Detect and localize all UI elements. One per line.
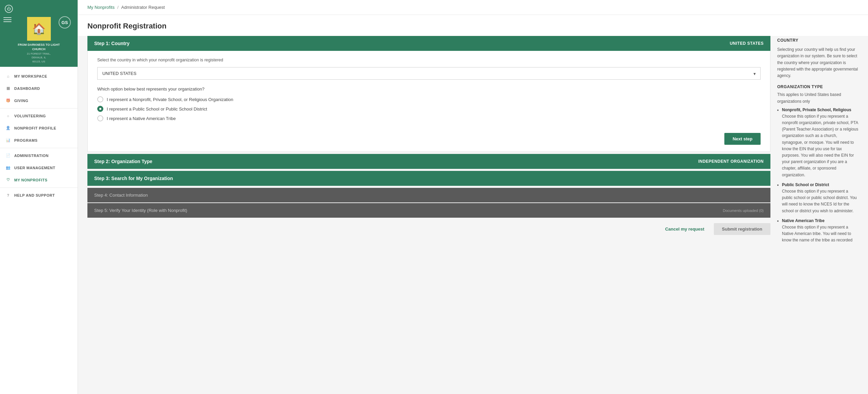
steps-panel: Step 1: Country UNITED STATES Select the…: [87, 36, 770, 387]
list-item-nonprofit: Nonprofit, Private School, Religious Cho…: [782, 107, 859, 178]
org-type-name-public-school: Public School or District: [782, 182, 829, 187]
radio-circle-native: [97, 115, 103, 121]
bar-chart-icon: 📊: [5, 138, 11, 143]
nav-label-nonprofit-profile: NONPROFIT PROFILE: [14, 126, 56, 130]
nav-label-administration: ADMINISTRATION: [14, 154, 49, 158]
list-item-native: Native American Tribe Choose this option…: [782, 218, 859, 244]
org-name: FROM DARKNESS TO LIGHT CHURCH: [18, 43, 60, 51]
radio-question: Which option below best represents your …: [97, 86, 761, 92]
info-country-text: Selecting your country will help us find…: [777, 46, 859, 79]
user-icon: 👤: [5, 125, 11, 131]
nav-separator: [0, 108, 78, 109]
dashboard-icon: ▦: [5, 86, 11, 91]
content-area: Step 1: Country UNITED STATES Select the…: [78, 36, 868, 394]
submit-registration-button[interactable]: Submit registration: [714, 223, 770, 235]
sidebar-item-nonprofit-profile[interactable]: 👤 NONPROFIT PROFILE: [0, 122, 78, 134]
country-select-wrapper: UNITED STATES: [97, 67, 761, 80]
info-org-type-title: ORGANIZATION TYPE: [777, 84, 859, 90]
sidebar-item-dashboard[interactable]: ▦ DASHBOARD: [0, 82, 78, 95]
radio-circle-nonprofit: [97, 96, 103, 102]
sidebar-item-workspace[interactable]: ⌂ MY WORKSPACE: [0, 70, 78, 82]
info-country-title: COUNTRY: [777, 37, 859, 44]
sidebar-item-user-management[interactable]: 👥 USER MANAGEMENT: [0, 162, 78, 174]
breadcrumb-current: Administrator Request: [121, 5, 165, 10]
nav-separator-2: [0, 148, 78, 148]
step-5-title: Step 5: Verify Your Identity (Role with …: [94, 208, 187, 213]
nav-label-giving: GIVING: [14, 99, 28, 103]
radio-option-native[interactable]: I represent a Native American Tribe: [97, 115, 761, 121]
sidebar-item-giving[interactable]: 🎁 GIVING: [0, 95, 78, 107]
gift-icon: 🎁: [5, 98, 11, 103]
breadcrumb: My Nonprofits / Administrator Request: [78, 0, 868, 15]
radio-option-public-school[interactable]: I represent a Public School or Public Sc…: [97, 106, 761, 112]
step-2-section: Step 2: Organization Type Independent or…: [87, 154, 770, 169]
cancel-request-button[interactable]: Cancel my request: [660, 223, 710, 235]
sidebar-item-help-support[interactable]: ? HELP AND SUPPORT: [0, 189, 78, 201]
step-1-actions: Next step: [97, 130, 761, 145]
step-3-title: Step 3: Search for My Organization: [94, 176, 173, 181]
radio-option-nonprofit[interactable]: I represent a Nonprofit, Private School,…: [97, 96, 761, 102]
step-1-content: Select the country in which your nonprof…: [87, 51, 770, 152]
sidebar-item-administration[interactable]: 📄 ADMINISTRATION: [0, 150, 78, 162]
step-3-section: Step 3: Search for My Organization: [87, 171, 770, 186]
info-org-type-subtitle: This applies to United States based orga…: [777, 92, 859, 104]
step-2-header[interactable]: Step 2: Organization Type Independent or…: [87, 154, 770, 169]
radio-label-public-school: I represent a Public School or Public Sc…: [107, 106, 207, 112]
nav-separator-3: [0, 188, 78, 188]
power-icon[interactable]: ⏻: [5, 5, 13, 13]
org-type-name-native: Native American Tribe: [782, 218, 825, 223]
org-address: 21 FOREST TRAIL, DEKALB, IL 60115, US: [27, 52, 50, 63]
bottom-actions: Cancel my request Submit registration: [87, 218, 770, 236]
main-content: My Nonprofits / Administrator Request No…: [78, 0, 868, 394]
radio-circle-public-school: [97, 106, 103, 112]
org-type-name-nonprofit: Nonprofit, Private School, Religious: [782, 107, 851, 112]
step-1-value: UNITED STATES: [730, 41, 764, 46]
step-4-title: Step 4: Contact Information: [94, 193, 148, 198]
list-item-public-school: Public School or District Choose this op…: [782, 182, 859, 214]
info-org-types-list: Nonprofit, Private School, Religious Cho…: [777, 107, 859, 244]
hamburger-menu[interactable]: [3, 16, 12, 24]
sidebar-top: ⏻ GS 🏠 FROM DARKNESS TO LIGHT CHURCH 21 …: [0, 0, 78, 67]
step-5-value: Documents uploaded (0): [723, 209, 764, 213]
nav-label-workspace: MY WORKSPACE: [14, 74, 47, 78]
file-icon: 📄: [5, 153, 11, 158]
radio-label-native: I represent a Native American Tribe: [107, 116, 176, 121]
sidebar: ⏻ GS 🏠 FROM DARKNESS TO LIGHT CHURCH 21 …: [0, 0, 78, 394]
page-title: Nonprofit Registration: [78, 15, 868, 36]
breadcrumb-separator: /: [117, 5, 119, 10]
step-1-section: Step 1: Country UNITED STATES Select the…: [87, 36, 770, 152]
user-avatar: GS: [59, 16, 71, 28]
home-icon: ⌂: [5, 74, 11, 79]
org-type-desc-public-school: Choose this option if you represent a pu…: [782, 189, 857, 213]
nav-label-programs: PROGRAMS: [14, 138, 38, 142]
sidebar-item-programs[interactable]: 📊 PROGRAMS: [0, 134, 78, 146]
nav-label-volunteering: VOLUNTEERING: [14, 114, 46, 118]
nav-label-user-management: USER MANAGEMENT: [14, 166, 55, 170]
org-logo-wrap: 🏠 FROM DARKNESS TO LIGHT CHURCH 21 FORES…: [18, 17, 60, 63]
sidebar-item-volunteering[interactable]: ○ VOLUNTEERING: [0, 110, 78, 122]
step-2-value: Independent organization: [698, 159, 764, 164]
step-1-label: Select the country in which your nonprof…: [97, 58, 761, 62]
radio-label-nonprofit: I represent a Nonprofit, Private School,…: [107, 97, 233, 102]
nav-label-dashboard: DASHBOARD: [14, 86, 40, 91]
step-3-header[interactable]: Step 3: Search for My Organization: [87, 171, 770, 186]
breadcrumb-link[interactable]: My Nonprofits: [87, 5, 115, 10]
step-1-title: Step 1: Country: [94, 41, 129, 46]
nav-label-help-support: HELP AND SUPPORT: [14, 193, 55, 197]
sidebar-nav: ⌂ MY WORKSPACE ▦ DASHBOARD 🎁 GIVING ○ VO…: [0, 67, 78, 394]
radio-options: I represent a Nonprofit, Private School,…: [97, 96, 761, 121]
globe-icon: ○: [5, 113, 11, 119]
info-panel: COUNTRY Selecting your country will help…: [777, 36, 859, 387]
org-type-desc-native: Choose this option if you represent a Na…: [782, 225, 852, 242]
next-step-button[interactable]: Next step: [724, 133, 761, 145]
org-type-desc-nonprofit: Choose this option if you represent a no…: [782, 114, 858, 177]
step-2-title: Step 2: Organization Type: [94, 159, 152, 164]
nav-label-my-nonprofits: MY NONPROFITS: [14, 178, 47, 182]
country-select[interactable]: UNITED STATES: [97, 67, 761, 80]
question-icon: ?: [5, 193, 11, 198]
step-4-collapsed[interactable]: Step 4: Contact Information: [87, 188, 770, 202]
sidebar-item-my-nonprofits[interactable]: ♡ MY NONPROFITS: [0, 174, 78, 186]
org-logo: 🏠: [27, 17, 51, 41]
heart-icon: ♡: [5, 177, 11, 183]
step-5-collapsed[interactable]: Step 5: Verify Your Identity (Role with …: [87, 203, 770, 218]
